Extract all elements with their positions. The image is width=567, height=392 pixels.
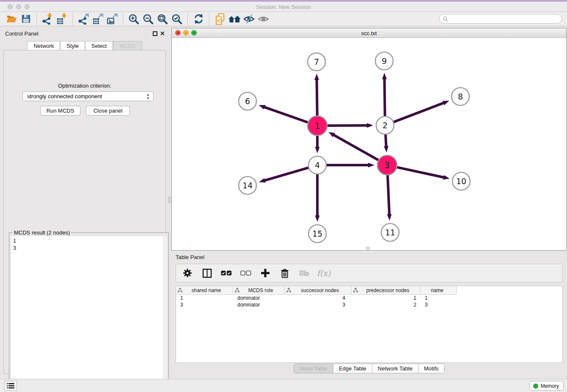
graph-edge-1-2[interactable] bbox=[328, 125, 368, 126]
run-mcds-button[interactable]: Run MCDS bbox=[40, 106, 80, 116]
cell-name: 1 bbox=[421, 295, 457, 301]
tab-edge-table[interactable]: Edge Table bbox=[333, 364, 372, 373]
graph-edge-1-6[interactable] bbox=[264, 107, 308, 122]
tab-mcds[interactable]: MCDS bbox=[113, 41, 142, 50]
network-graph-canvas[interactable]: 7968124314101511 bbox=[172, 38, 566, 250]
graph-edge-arrowhead bbox=[387, 214, 392, 221]
zoom-out-icon[interactable] bbox=[141, 13, 155, 25]
graph-edge-3-11[interactable] bbox=[388, 175, 389, 215]
toolbar-separator bbox=[187, 13, 188, 25]
hide-graphics-icon[interactable] bbox=[242, 13, 256, 25]
open-file-icon[interactable] bbox=[4, 13, 19, 25]
graph-edge-arrowhead bbox=[315, 215, 320, 222]
save-session-icon[interactable] bbox=[19, 13, 33, 25]
tab-style[interactable]: Style bbox=[60, 41, 85, 50]
cell-shared-name: 3 bbox=[176, 302, 233, 308]
graph-edge-3-1[interactable] bbox=[333, 135, 378, 160]
export-image-icon[interactable] bbox=[105, 13, 119, 25]
open-folder-front bbox=[6, 17, 17, 22]
tab-select[interactable]: Select bbox=[85, 41, 113, 50]
import-table-icon[interactable] bbox=[55, 13, 69, 25]
table-row[interactable]: 1 dominator 4 1 1 bbox=[176, 295, 562, 301]
column-header-predecessor-nodes[interactable]: predecessor nodes bbox=[352, 286, 421, 294]
table-settings-gear-icon[interactable] bbox=[182, 268, 193, 279]
delete-column-trash-icon[interactable] bbox=[279, 268, 290, 279]
table-panel-tabs: Node Table Edge Table Network Table Moti… bbox=[171, 364, 567, 373]
column-namespace-icon bbox=[178, 288, 182, 293]
network-window-titlebar[interactable]: ✕ − + scc.txt bbox=[172, 28, 566, 38]
tab-node-table[interactable]: Node Table bbox=[294, 364, 333, 373]
column-header-shared-name[interactable]: shared name bbox=[176, 286, 233, 294]
column-header-mcds-role[interactable]: MCDS role bbox=[233, 286, 285, 294]
result-scrollbar[interactable] bbox=[163, 236, 167, 391]
mcds-result-box: MCDS result (2 nodes) 1 3 bbox=[9, 232, 169, 392]
tab-motifs[interactable]: Motifs bbox=[418, 364, 445, 373]
graph-node-label: 1 bbox=[315, 121, 320, 130]
toolbar-separator bbox=[36, 13, 37, 25]
table-row[interactable]: 3 dominator 3 2 3 bbox=[176, 301, 562, 308]
deselect-all-columns-icon[interactable] bbox=[240, 268, 251, 279]
window-title: Session: New Session bbox=[0, 4, 567, 10]
close-panel-icon[interactable]: ✕ bbox=[160, 30, 165, 37]
graph-node-label: 10 bbox=[456, 177, 466, 186]
toolbar-separator bbox=[123, 13, 123, 25]
graph-node-label: 11 bbox=[385, 228, 395, 237]
cell-predecessor-nodes: 2 bbox=[352, 302, 421, 308]
graph-node-label: 15 bbox=[312, 229, 322, 238]
mcds-tab-content: Optimization criterion: strongly connect… bbox=[3, 50, 166, 374]
main-toolbar bbox=[0, 12, 567, 26]
show-graphics-icon[interactable] bbox=[256, 13, 270, 25]
table-panel-title: Table Panel bbox=[176, 254, 204, 260]
mcds-result-title: MCDS result (2 nodes) bbox=[13, 229, 71, 236]
search-input[interactable] bbox=[448, 15, 561, 23]
tab-network[interactable]: Network bbox=[27, 41, 60, 50]
mcds-result-text[interactable]: 1 3 bbox=[11, 236, 167, 391]
export-network-icon[interactable] bbox=[76, 13, 91, 25]
cell-mcds-role: dominator bbox=[233, 302, 285, 308]
column-header-successor-nodes[interactable]: successor nodes bbox=[285, 286, 352, 294]
refresh-icon[interactable] bbox=[191, 13, 206, 25]
select-all-columns-icon[interactable] bbox=[221, 268, 232, 279]
float-panel-icon[interactable] bbox=[153, 31, 157, 36]
zoom-selected-icon[interactable] bbox=[170, 13, 184, 25]
status-bar: Memory bbox=[0, 379, 567, 392]
column-header-name[interactable]: name bbox=[421, 286, 457, 294]
optimization-criterion-select[interactable]: strongly connected component ▲▼ bbox=[22, 91, 154, 101]
table-toolbar: f(x) bbox=[176, 264, 563, 282]
graph-node-label: 7 bbox=[314, 57, 319, 66]
graph-edge-arrowhead bbox=[367, 123, 373, 128]
graph-edge-2-9[interactable] bbox=[385, 78, 385, 116]
graph-edge-3-10[interactable] bbox=[397, 167, 444, 177]
search-field[interactable] bbox=[439, 14, 562, 24]
graph-edge-1-7[interactable] bbox=[317, 79, 317, 116]
zoom-in-icon[interactable] bbox=[127, 13, 141, 25]
graph-node-label: 14 bbox=[242, 181, 253, 190]
network-overview-icon[interactable] bbox=[227, 13, 242, 25]
memory-status-icon bbox=[533, 384, 538, 389]
close-panel-button[interactable]: Close panel bbox=[86, 106, 130, 116]
task-history-button[interactable] bbox=[4, 381, 17, 391]
graph-edge-arrowhead bbox=[382, 73, 387, 79]
tab-network-table[interactable]: Network Table bbox=[372, 364, 418, 373]
column-namespace-icon bbox=[286, 288, 291, 293]
cell-mcds-role: dominator bbox=[233, 295, 285, 301]
graph-node-label: 9 bbox=[382, 56, 387, 66]
memory-button[interactable]: Memory bbox=[529, 381, 564, 391]
import-network-icon[interactable] bbox=[40, 13, 55, 25]
create-column-plus-icon[interactable] bbox=[260, 268, 271, 279]
zoom-fit-icon[interactable] bbox=[155, 13, 170, 25]
horizontal-splitter-grip[interactable] bbox=[366, 247, 370, 250]
export-table-icon[interactable] bbox=[91, 13, 105, 25]
search-icon bbox=[443, 16, 448, 22]
graph-edge-2-8[interactable] bbox=[394, 103, 444, 122]
graph-edge-4-14[interactable] bbox=[264, 168, 308, 180]
graph-node-label: 2 bbox=[383, 121, 388, 130]
mcds-result-line: 1 bbox=[13, 237, 165, 244]
graph-edge-arrowhead bbox=[259, 105, 265, 109]
app-manager-icon[interactable] bbox=[213, 13, 227, 25]
graph-node-label: 3 bbox=[385, 160, 390, 170]
main-titlebar: Session: New Session bbox=[0, 2, 567, 12]
show-columns-icon[interactable] bbox=[201, 268, 212, 279]
graph-edge-2-3[interactable] bbox=[385, 135, 386, 147]
graph-edge-arrowhead bbox=[314, 74, 319, 80]
